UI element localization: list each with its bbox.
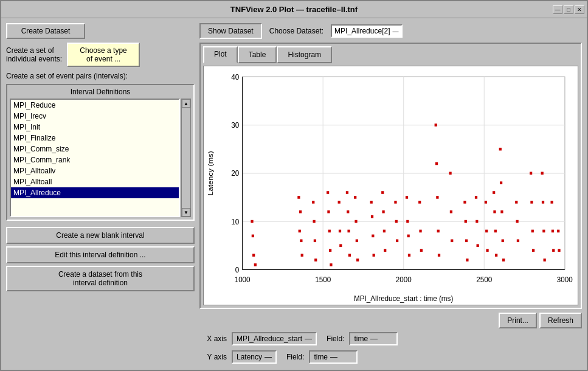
svg-rect-89 bbox=[486, 249, 488, 252]
create-dataset-button[interactable]: Create Dataset bbox=[6, 23, 85, 39]
svg-rect-54 bbox=[370, 201, 373, 204]
svg-rect-28 bbox=[254, 263, 257, 266]
svg-text:MPI_Allreduce_start : time (ms: MPI_Allreduce_start : time (ms) bbox=[354, 294, 453, 303]
list-item[interactable]: MPI_Finalize bbox=[11, 133, 179, 144]
svg-rect-52 bbox=[356, 239, 358, 242]
svg-text:2500: 2500 bbox=[476, 276, 492, 285]
choose-event-button[interactable]: Choose a type of event ... bbox=[67, 43, 140, 67]
svg-text:1500: 1500 bbox=[315, 276, 331, 285]
right-header: Show Dataset Choose Dataset: MPI_Allredu… bbox=[199, 23, 582, 39]
dataset-dropdown[interactable]: MPI_Allreduce[2] — bbox=[331, 24, 402, 38]
scroll-up-button[interactable]: ▲ bbox=[182, 99, 190, 108]
bottom-controls: Print... Refresh X axis MPI_Allreduce_st… bbox=[199, 313, 582, 365]
y-axis-value: Latency bbox=[237, 353, 262, 361]
svg-rect-41 bbox=[329, 249, 331, 252]
svg-rect-26 bbox=[252, 254, 255, 257]
x-axis-dropdown[interactable]: MPI_Allreduce_start — bbox=[232, 332, 317, 345]
refresh-button[interactable]: Refresh bbox=[539, 313, 582, 328]
tab-histogram[interactable]: Histogram bbox=[277, 46, 332, 63]
print-button[interactable]: Print... bbox=[499, 313, 537, 328]
svg-rect-30 bbox=[299, 230, 301, 233]
svg-rect-93 bbox=[495, 254, 497, 257]
svg-rect-38 bbox=[327, 191, 329, 194]
list-item[interactable]: MPI_Comm_size bbox=[11, 144, 179, 154]
list-item[interactable]: MPI_Alltoall bbox=[11, 176, 179, 187]
svg-rect-95 bbox=[500, 181, 502, 184]
y-field-label: Field: bbox=[286, 353, 304, 361]
svg-rect-69 bbox=[418, 201, 421, 204]
list-item[interactable]: MPI_Allreduce bbox=[11, 187, 179, 198]
show-dataset-button[interactable]: Show Dataset bbox=[199, 23, 262, 39]
svg-rect-109 bbox=[544, 258, 546, 262]
choose-dataset-label: Choose Dataset: bbox=[269, 27, 323, 35]
svg-rect-29 bbox=[297, 196, 300, 199]
svg-rect-92 bbox=[494, 230, 497, 233]
svg-rect-31 bbox=[299, 210, 302, 213]
x-axis-dropdown-arrow[interactable]: — bbox=[305, 335, 312, 343]
list-item[interactable]: MPI_Init bbox=[11, 122, 179, 133]
x-field-dropdown[interactable]: time — bbox=[349, 332, 398, 345]
svg-rect-79 bbox=[451, 239, 453, 242]
bottom-buttons: Create a new blank interval Edit this in… bbox=[6, 227, 195, 291]
interval-definitions-title: Interval Definitions bbox=[10, 88, 191, 96]
svg-rect-100 bbox=[516, 220, 518, 223]
svg-rect-48 bbox=[347, 230, 350, 233]
y-axis-dropdown[interactable]: Latency — bbox=[232, 350, 277, 364]
svg-rect-90 bbox=[493, 191, 495, 194]
print-refresh-row: Print... Refresh bbox=[199, 313, 582, 328]
svg-rect-80 bbox=[463, 201, 466, 204]
interval-definitions-box: Interval Definitions MPI_ReduceMPI_Irecv… bbox=[6, 84, 195, 221]
svg-rect-113 bbox=[557, 230, 559, 233]
tab-plot[interactable]: Plot bbox=[203, 46, 238, 63]
svg-rect-112 bbox=[552, 249, 555, 252]
minimize-button[interactable]: — bbox=[553, 5, 562, 14]
interval-section: Create a set of event pairs (intervals): bbox=[6, 72, 195, 80]
plot-area: Plot Table Histogram 0102030401000150020… bbox=[199, 43, 582, 309]
svg-rect-65 bbox=[406, 196, 408, 199]
svg-rect-34 bbox=[312, 201, 314, 204]
svg-rect-91 bbox=[493, 210, 496, 213]
list-item[interactable]: MPI_Irecv bbox=[11, 111, 179, 122]
svg-rect-49 bbox=[348, 254, 351, 257]
create-blank-interval-button[interactable]: Create a new blank interval bbox=[6, 227, 195, 244]
edit-interval-button[interactable]: Edit this interval definition ... bbox=[6, 246, 195, 263]
list-item[interactable]: MPI_Alltoallv bbox=[11, 165, 179, 176]
svg-rect-36 bbox=[314, 239, 316, 242]
list-item[interactable]: MPI_Reduce bbox=[11, 100, 179, 111]
x-field-value: time bbox=[354, 335, 368, 343]
interval-scrollbar[interactable]: ▲ ▼ bbox=[181, 99, 191, 217]
svg-text:40: 40 bbox=[231, 72, 239, 81]
svg-rect-86 bbox=[477, 244, 479, 247]
tab-table[interactable]: Table bbox=[238, 46, 277, 63]
dataset-dropdown-arrow[interactable]: — bbox=[393, 28, 399, 35]
list-item[interactable]: MPI_Comm_rank bbox=[11, 154, 179, 165]
svg-rect-103 bbox=[530, 201, 533, 204]
svg-rect-82 bbox=[465, 239, 468, 242]
maximize-button[interactable]: □ bbox=[564, 5, 573, 14]
x-axis-value: MPI_Allreduce_start bbox=[237, 335, 302, 343]
y-field-dropdown-arrow[interactable]: — bbox=[330, 353, 337, 361]
title-bar: TNFView 2.0 Plot — tracefile–II.tnf — □ … bbox=[1, 1, 587, 18]
svg-rect-81 bbox=[465, 220, 467, 223]
scroll-down-button[interactable]: ▼ bbox=[182, 208, 190, 217]
svg-rect-63 bbox=[395, 220, 398, 223]
svg-rect-35 bbox=[313, 220, 315, 223]
svg-rect-39 bbox=[327, 210, 330, 213]
svg-text:30: 30 bbox=[231, 121, 239, 130]
svg-rect-56 bbox=[372, 235, 374, 238]
y-axis-dropdown-arrow[interactable]: — bbox=[265, 353, 272, 361]
close-button[interactable]: ✕ bbox=[575, 5, 584, 14]
svg-rect-72 bbox=[435, 123, 437, 127]
svg-text:2000: 2000 bbox=[396, 276, 412, 285]
svg-text:1000: 1000 bbox=[235, 276, 251, 285]
svg-text:3000: 3000 bbox=[557, 276, 573, 285]
x-field-dropdown-arrow[interactable]: — bbox=[370, 335, 378, 343]
svg-rect-32 bbox=[301, 254, 303, 257]
y-field-dropdown[interactable]: time — bbox=[309, 350, 358, 364]
create-dataset-from-button[interactable]: Create a dataset from this interval defi… bbox=[6, 266, 195, 291]
svg-rect-68 bbox=[408, 254, 410, 257]
svg-rect-107 bbox=[542, 201, 544, 204]
svg-rect-66 bbox=[406, 220, 409, 223]
interval-list[interactable]: MPI_ReduceMPI_IrecvMPI_InitMPI_FinalizeM… bbox=[10, 99, 180, 217]
svg-rect-87 bbox=[485, 201, 487, 204]
